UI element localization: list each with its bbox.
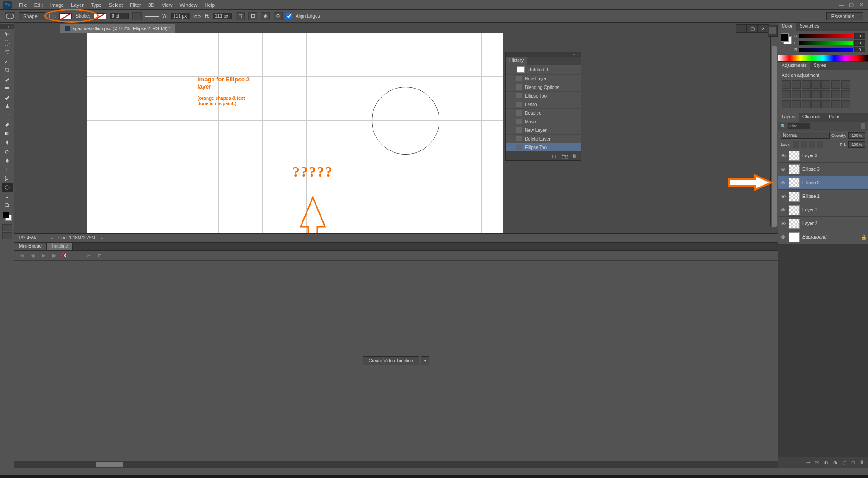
filter-pixel-icon[interactable] [812,123,818,129]
tab-swatches[interactable]: Swatches [796,23,823,31]
pen-tool[interactable] [2,156,13,164]
bw-icon[interactable] [782,90,791,98]
menu-type[interactable]: Type [87,1,105,9]
layer-item[interactable]: 👁 Ellipse 3 [778,163,868,176]
fill-value[interactable]: 100% [848,141,865,148]
layer-visibility-icon[interactable]: 👁 [780,234,786,240]
history-item[interactable]: New Layer [506,74,581,83]
blend-mode-dropdown[interactable]: Normal [781,132,830,139]
channel-mixer-icon[interactable] [802,90,811,98]
filter-adjustment-icon[interactable] [820,123,826,129]
menu-window[interactable]: Window [176,1,201,9]
history-item[interactable]: Ellipse Tool [506,91,581,100]
blur-tool[interactable] [2,138,13,146]
crop-tool[interactable] [2,66,13,74]
type-tool[interactable]: T [2,165,13,173]
fill-swatch[interactable] [59,13,72,19]
document-tab[interactable]: spaz medallion.psd @ 162% (Ellipse 2, RG… [60,24,175,33]
timeline-prev-frame[interactable]: ◀ [29,252,36,258]
layer-style-icon[interactable]: fx [814,459,820,465]
new-layer-icon[interactable]: ◻ [850,459,856,465]
tab-history[interactable]: History [506,57,527,65]
filter-toggle[interactable] [861,123,865,129]
layer-item[interactable]: 👁 Ellipse 1 [778,190,868,203]
layer-thumbnail[interactable] [789,219,800,229]
layer-thumbnail[interactable] [789,151,800,161]
layer-name[interactable]: Layer 2 [802,221,817,226]
brush-tool[interactable] [2,93,13,101]
layer-name[interactable]: Ellipse 2 [802,180,820,185]
stroke-style-dropdown[interactable]: — [132,12,142,20]
filter-smart-icon[interactable] [844,123,851,129]
zoom-level[interactable]: 162.45% [18,235,45,240]
timeline-transition[interactable]: ⊏ [96,252,103,258]
eyedropper-tool[interactable] [2,75,13,83]
layer-name[interactable]: Ellipse 3 [802,167,820,172]
tab-styles[interactable]: Styles [810,62,830,70]
create-video-timeline-button[interactable]: Create Video Timeline [363,356,419,365]
layer-thumbnail[interactable] [789,232,800,242]
stroke-width-input[interactable]: 0 pt [110,13,129,19]
vibrance-icon[interactable] [821,80,830,89]
menu-edit[interactable]: Edit [31,1,47,9]
menu-select[interactable]: Select [105,1,127,9]
window-maximize-button[interactable]: ▢ [847,2,855,8]
opacity-value[interactable]: 100% [848,132,865,139]
vertical-scrollbar[interactable] [770,33,778,226]
new-fill-layer-icon[interactable]: ◑ [832,459,838,465]
menu-image[interactable]: Image [47,1,68,9]
layer-thumbnail[interactable] [789,164,800,174]
layer-visibility-icon[interactable]: 👁 [780,180,786,186]
eraser-tool[interactable] [2,120,13,128]
lock-all-icon[interactable] [817,141,823,148]
link-wh-icon[interactable]: ⊂⊃ [194,14,201,19]
threshold-icon[interactable] [841,90,850,98]
color-preview-swatch[interactable] [781,33,792,44]
path-arrange-button[interactable]: ◈ [261,12,270,20]
move-tool[interactable] [2,29,13,38]
timeline-audio[interactable]: 🔇 [61,252,69,258]
adj-icon-5[interactable] [821,100,830,108]
doc-close-button[interactable]: ✕ [758,24,769,33]
lock-position-icon[interactable] [809,141,815,148]
layer-visibility-icon[interactable]: 👁 [780,166,786,173]
window-close-button[interactable]: ✕ [857,2,865,8]
foreground-background-swatch[interactable] [3,212,12,221]
history-collapse-icon[interactable]: « [573,52,575,57]
layer-item[interactable]: 👁 Layer 3 [778,149,868,163]
timeline-first-frame[interactable]: ⏮ [18,252,25,258]
layer-item[interactable]: 👁 Background 🔒 [778,230,868,244]
link-layers-icon[interactable]: ⊶ [805,459,811,465]
history-brush-tool[interactable] [2,111,13,119]
tab-layers[interactable]: Layers [778,113,799,122]
hand-tool[interactable] [2,192,13,201]
color-balance-icon[interactable] [841,80,850,89]
layer-filter-dropdown[interactable]: Kind [788,123,810,129]
path-selection-tool[interactable] [2,174,13,183]
clone-stamp-tool[interactable] [2,102,13,110]
path-align-button[interactable]: ⊟ [248,12,257,20]
levels-icon[interactable] [792,80,801,89]
dock-icon-1[interactable] [769,27,776,34]
healing-brush-tool[interactable] [2,84,13,92]
window-minimize-button[interactable]: — [837,2,845,8]
lookup-icon[interactable] [811,90,821,98]
history-item[interactable]: ▸Ellipse Tool [506,143,581,151]
layer-name[interactable]: Background [802,234,826,239]
hue-sat-icon[interactable] [831,80,840,89]
path-ops-button[interactable]: ◻ [236,12,245,20]
layer-thumbnail[interactable] [789,192,800,202]
gear-icon[interactable]: ⚙ [274,12,283,20]
tab-paths[interactable]: Paths [825,113,844,122]
brightness-contrast-icon[interactable] [782,80,791,89]
toolbar-collapse[interactable]: « × [0,24,14,29]
screen-mode-button[interactable] [2,232,12,239]
layer-item[interactable]: 👁 Layer 2 [778,217,868,230]
lock-transparency-icon[interactable] [793,141,799,148]
layer-thumbnail[interactable] [789,205,800,215]
r-value[interactable]: 0 [854,33,865,39]
color-spectrum[interactable] [778,55,868,61]
new-group-icon[interactable]: ▢ [841,459,847,465]
history-snapshot[interactable]: Untitled-1 [506,65,581,74]
stroke-swatch[interactable] [94,13,106,19]
